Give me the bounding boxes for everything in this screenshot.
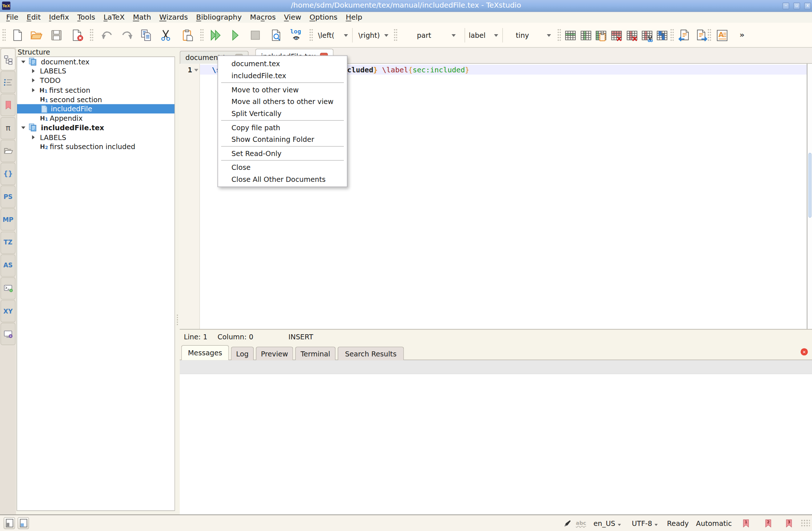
tree-item-includedfile[interactable]: includedFile [17,104,174,113]
sidebar-tab-pstricks[interactable]: PS [0,185,15,208]
format-text-button[interactable]: A [714,28,730,43]
toolbar-grip[interactable] [309,28,313,42]
view-log-button[interactable]: log [289,28,304,43]
tab-messages[interactable]: Messages [181,345,229,360]
menu-wizards[interactable]: Wizards [155,12,192,23]
sidebar-tab-structure[interactable] [0,48,15,71]
menu-math[interactable]: Math [129,12,155,23]
left-delimiter-dropdown[interactable]: \left( [315,28,349,43]
menu-options[interactable]: Options [305,12,342,23]
tree-item-todo[interactable]: TODO [17,76,174,85]
sidebar-tab-asymptote[interactable]: AS [0,254,15,276]
context-menu-item-close-all-other-documents[interactable]: Close All Other Documents [218,173,347,185]
toolbar-grip[interactable] [707,28,711,42]
tree-item-includedfile-tex[interactable]: includedFile.tex [17,123,174,132]
close-document-button[interactable] [70,28,85,43]
context-menu-item-set-read-only[interactable]: Set Read-Only [218,147,347,159]
toolbar-grip[interactable] [200,28,204,42]
bookmark-3-button[interactable]: 3 [785,515,792,531]
toolbar-grip[interactable] [89,28,93,42]
new-document-button[interactable] [10,28,25,43]
context-menu-item-split-vertically[interactable]: Split Vertically [218,107,347,119]
spellcheck-icon[interactable]: abc [576,515,586,531]
minimize-button[interactable]: – [783,3,789,9]
menu-file[interactable]: File [2,12,23,23]
right-delimiter-dropdown[interactable]: \right) [355,28,389,43]
remove-table-column-button[interactable] [624,28,640,43]
structure-level-dropdown[interactable]: part [409,28,461,43]
sidebar-tab-files[interactable] [0,140,15,162]
panel-splitter[interactable] [175,48,180,515]
expand-arrow-icon[interactable] [32,69,35,73]
sidebar-tab-bookmarks[interactable] [0,94,15,116]
paste-button[interactable] [180,28,195,43]
collapse-arrow-icon[interactable] [21,60,25,63]
menu-edit[interactable]: Edit [23,12,45,23]
expand-arrow-icon[interactable] [32,79,35,83]
sidebar-tab-symbols[interactable]: π [0,117,15,139]
sidebar-tab-todo[interactable] [0,71,15,93]
menu-macros[interactable]: Macros [246,12,280,23]
add-table-column-button[interactable] [578,28,594,43]
tree-item-second-section[interactable]: H1 second section [17,95,174,104]
sidebar-tab-tikz[interactable]: TZ [0,231,15,253]
sidebar-tab-metapost[interactable]: MP [0,208,15,231]
context-menu-item-show-containing-folder[interactable]: Show Containing Folder [218,133,347,145]
editor-vertical-scrollbar[interactable] [807,64,812,329]
add-table-row-button[interactable] [562,28,578,43]
expand-arrow-icon[interactable] [32,88,35,92]
bookmark-2-button[interactable]: 2 [765,515,772,531]
menu-latex[interactable]: LaTeX [99,12,129,23]
sidebar-tab-preview[interactable] [0,323,15,345]
run-button[interactable] [227,28,243,43]
reference-dropdown[interactable]: label [467,28,499,43]
tree-item-first-subsection-included[interactable]: H2 first subsection included [17,142,174,151]
paste-table-column-button[interactable] [593,28,608,43]
tree-item-labels-2[interactable]: LABELS [17,132,174,142]
cut-table-column-button[interactable] [639,28,655,43]
collapse-arrow-icon[interactable] [21,127,25,129]
tab-preview[interactable]: Preview [256,347,293,360]
toggle-sidebar-button[interactable] [4,517,15,529]
expand-arrow-icon[interactable] [32,135,35,139]
tab-search-results[interactable]: Search Results [338,347,404,360]
save-button[interactable] [49,28,64,43]
line-ending-selector[interactable]: Automatic [696,515,732,531]
close-panel-icon[interactable]: ✕ [801,348,808,355]
menu-bibliography[interactable]: Bibliography [192,12,246,23]
encoding-selector[interactable]: UTF-8 [632,515,658,531]
toolbar-grip[interactable] [394,28,397,42]
font-size-dropdown[interactable]: tiny [508,28,554,43]
bookmark-1-button[interactable]: 1 [743,515,749,531]
toolbar-grip[interactable] [2,28,6,42]
redo-button[interactable] [120,28,135,43]
toolbar-grip[interactable] [670,28,674,42]
sidebar-tab-brackets[interactable]: {} [0,163,15,185]
language-selector[interactable]: en_US [594,515,621,531]
next-document-button[interactable] [694,28,709,43]
pencil-icon[interactable] [563,515,572,531]
tree-item-labels[interactable]: LABELS [17,67,174,76]
undo-button[interactable] [99,28,114,43]
close-button[interactable]: x [804,3,811,9]
copy-button[interactable] [138,28,154,43]
maximize-button[interactable]: ▫ [793,3,800,9]
tree-item-appendix[interactable]: H1 Appendix [17,113,174,123]
context-menu-item-copy-file-path[interactable]: Copy file path [218,121,347,133]
open-button[interactable] [28,28,44,43]
toggle-bottom-panel-button[interactable] [17,517,29,529]
resize-grip[interactable] [801,519,810,528]
find-button[interactable] [269,28,284,43]
compile-run-button[interactable] [208,28,224,43]
tab-log[interactable]: Log [231,347,254,360]
toolbar-overflow-button[interactable]: » [740,30,745,40]
context-menu-item-move-to-other-view[interactable]: Move to other view [218,83,347,95]
context-menu-item-document-tex[interactable]: document.tex [218,57,347,69]
stop-button[interactable] [248,28,263,43]
toolbar-grip[interactable] [557,28,561,42]
fold-arrow-icon[interactable] [194,69,198,71]
scrollbar-thumb[interactable] [808,153,812,217]
tree-item-first-section[interactable]: H1 first section [17,85,174,95]
context-menu-item-includedfile-tex[interactable]: includedFile.tex [218,69,347,81]
sidebar-tab-xy[interactable]: XY [0,300,15,322]
